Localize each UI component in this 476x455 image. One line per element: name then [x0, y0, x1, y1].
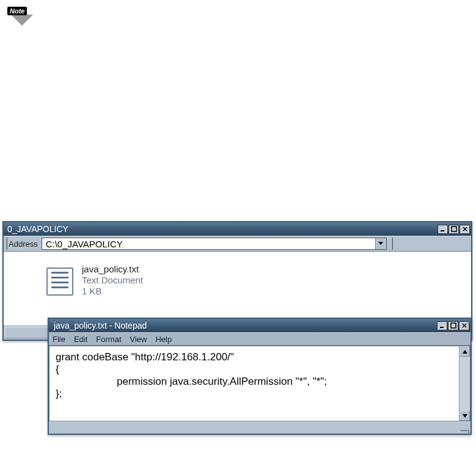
note-label: Note — [7, 7, 27, 15]
code-line-1: grant codeBase "http://192.168.1.200/" — [56, 351, 234, 363]
toolbar-spacer — [392, 238, 459, 250]
menu-help[interactable]: Help — [155, 335, 172, 344]
minimize-button[interactable] — [437, 321, 447, 330]
code-line-2: { — [56, 363, 59, 375]
file-name[interactable]: java_policy.txt — [82, 264, 143, 275]
code-line-3: permission java.security.AllPermission "… — [56, 376, 327, 388]
editor-area[interactable]: grant codeBase "http://192.168.1.200/" {… — [49, 346, 459, 421]
menu-view[interactable]: View — [130, 335, 147, 344]
svg-rect-3 — [451, 323, 456, 328]
note-triangle-icon — [11, 15, 33, 26]
file-meta: java_policy.txt Text Document 1 KB — [82, 264, 143, 297]
close-button[interactable] — [460, 225, 470, 234]
explorer-content[interactable]: java_policy.txt Text Document 1 KB — [4, 252, 471, 325]
scroll-down-button[interactable] — [460, 410, 470, 421]
address-label: Address — [6, 238, 42, 250]
notepad-statusbar — [49, 421, 471, 434]
address-combo[interactable] — [42, 238, 387, 250]
svg-rect-2 — [440, 327, 444, 328]
notepad-menubar: File Edit Format View Help — [49, 332, 471, 346]
explorer-title: 0_JAVAPOLICY — [7, 224, 437, 234]
address-input[interactable] — [42, 238, 375, 249]
notepad-titlebar[interactable]: java_policy.txt - Notepad — [49, 319, 471, 332]
menu-format[interactable]: Format — [96, 335, 121, 344]
address-dropdown-button[interactable] — [375, 238, 386, 249]
maximize-button[interactable] — [449, 225, 459, 234]
menu-file[interactable]: File — [53, 335, 65, 344]
svg-rect-0 — [441, 230, 444, 231]
code-line-4: }; — [56, 388, 62, 399]
svg-rect-1 — [452, 227, 456, 231]
file-type: Text Document — [82, 275, 143, 286]
note-badge: Note — [7, 5, 45, 31]
vertical-scrollbar[interactable] — [459, 346, 470, 421]
notepad-window: java_policy.txt - Notepad File Edit Form… — [48, 318, 472, 435]
notepad-title: java_policy.txt - Notepad — [54, 321, 436, 330]
explorer-titlebar[interactable]: 0_JAVAPOLICY — [4, 222, 471, 236]
maximize-button[interactable] — [448, 321, 458, 330]
minimize-button[interactable] — [438, 225, 448, 234]
address-bar: Address — [4, 236, 471, 252]
menu-edit[interactable]: Edit — [74, 335, 87, 344]
close-button[interactable] — [459, 321, 469, 330]
text-file-icon[interactable] — [45, 264, 75, 297]
file-size: 1 KB — [82, 286, 143, 297]
notepad-body: grant codeBase "http://192.168.1.200/" {… — [49, 346, 471, 421]
resize-grip-icon[interactable] — [460, 423, 469, 433]
scroll-up-button[interactable] — [460, 346, 470, 357]
